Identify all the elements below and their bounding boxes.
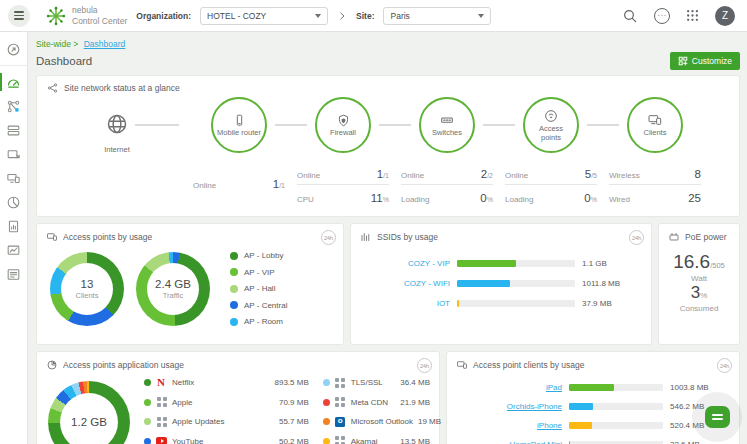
- site-network-status-card: Site network status at a glance Internet…: [36, 75, 740, 217]
- client-link[interactable]: iPhone: [460, 421, 562, 430]
- poe-watt-unit: Watt: [691, 274, 707, 283]
- ssid-link[interactable]: COZY - VIP: [364, 259, 450, 268]
- legend-item[interactable]: AP - Central: [230, 301, 287, 310]
- app-legend-item[interactable]: Apple 70.9 MB: [144, 397, 309, 408]
- customize-button[interactable]: Customize: [670, 52, 740, 70]
- bar-fill: [569, 422, 592, 429]
- sidebar-item-reports-pie[interactable]: [0, 190, 27, 214]
- client-link[interactable]: iPad: [460, 383, 562, 392]
- sidebar-item-report[interactable]: [0, 214, 27, 238]
- user-avatar[interactable]: Z: [715, 6, 735, 26]
- bar-track: [569, 384, 663, 391]
- time-range-badge[interactable]: 24h: [717, 358, 732, 373]
- sidebar-item-map[interactable]: [0, 142, 27, 166]
- bar-track: [569, 422, 663, 429]
- client-bars: iPad 1003.8 MB Orchids-iPhone 546.2 MB i…: [456, 383, 730, 444]
- client-link[interactable]: HomePod Mini: [460, 440, 562, 444]
- switches-stats: Online 2/2 Loading 0%: [401, 161, 493, 208]
- app-logo-icon: [335, 436, 346, 444]
- bar-value: 1.1 GB: [582, 259, 638, 268]
- site-label: Site:: [356, 11, 374, 21]
- app-legend-item[interactable]: Meta CDN 21.9 MB: [323, 397, 430, 408]
- stat-value: 25: [688, 192, 701, 204]
- stat-sub: /1: [383, 172, 389, 179]
- stat-sub: %: [591, 196, 597, 203]
- node-mobile-router[interactable]: Mobile router Online 1/1: [187, 97, 291, 208]
- app-value: 50.2 MB: [279, 437, 309, 444]
- stat-label: Online: [505, 171, 528, 180]
- legend-item[interactable]: AP - VIP: [230, 268, 287, 277]
- bar-value: 1003.8 MB: [670, 383, 726, 392]
- poe-watt-value: 16.6/505: [673, 251, 725, 273]
- app-name: Meta CDN: [351, 398, 395, 407]
- node-switches[interactable]: Switches Online 2/2 Loading 0%: [395, 97, 499, 208]
- breadcrumb: Site-wide > Dashboard: [36, 39, 740, 49]
- live-chat-button[interactable]: [692, 392, 742, 442]
- top-header: nebula Control Center Organization: HOTE…: [0, 0, 747, 32]
- sidebar-item-monitor[interactable]: [0, 238, 27, 262]
- application-donut-chart[interactable]: 1.2 GB: [48, 381, 130, 444]
- chat-icon: [705, 406, 730, 428]
- breadcrumb-site-wide[interactable]: Site-wide >: [36, 39, 78, 49]
- sidebar-item-clients[interactable]: [0, 166, 27, 190]
- caret-down-icon: [478, 14, 484, 18]
- donut-label: Traffic: [163, 291, 183, 300]
- nebula-brand[interactable]: nebula Control Center: [45, 5, 127, 27]
- legend-color-dot: [323, 438, 330, 444]
- nebula-logo-icon: [45, 5, 67, 27]
- sidebar-item-logs[interactable]: [0, 262, 27, 286]
- hamburger-menu-icon[interactable]: [8, 5, 30, 27]
- legend-color-dot: [144, 418, 151, 425]
- organization-select[interactable]: HOTEL - COZY: [200, 7, 328, 25]
- site-select[interactable]: Paris: [383, 7, 491, 25]
- sidebar-item-compass[interactable]: [0, 37, 27, 61]
- ssid-link[interactable]: COZY - WIFI: [364, 279, 450, 288]
- time-range-badge[interactable]: 24h: [417, 358, 432, 373]
- stat-label: Loading: [505, 195, 533, 204]
- ssid-bar-row: IOT 37.9 MB: [364, 299, 638, 308]
- node-clients[interactable]: Clients Wireless 8 Wired 25: [603, 97, 707, 208]
- legend-item[interactable]: AP - Lobby: [230, 251, 287, 260]
- legend-item[interactable]: AP - Hall: [230, 284, 287, 293]
- app-legend-left: Netflix 893.5 MB Apple 70.9 MB Apple Upd…: [144, 377, 309, 444]
- line-chart-icon: [6, 243, 21, 258]
- app-legend-item[interactable]: YouTube 50.2 MB: [144, 436, 309, 444]
- legend-label: AP - Hall: [244, 284, 275, 293]
- caret-down-icon: [315, 14, 321, 18]
- app-legend-item[interactable]: Microsoft Outlook 19 MB: [323, 416, 430, 427]
- traffic-donut-chart[interactable]: 2.4 GB Traffic: [136, 252, 210, 326]
- page-title: Dashboard: [36, 55, 92, 67]
- node-label: Firewall: [330, 129, 356, 138]
- breadcrumb-dashboard-link[interactable]: Dashboard: [84, 39, 126, 49]
- apps-grid-icon[interactable]: [686, 9, 699, 22]
- client-link[interactable]: Orchids-iPhone: [460, 402, 562, 411]
- app-legend-item[interactable]: Apple Updates 55.7 MB: [144, 416, 309, 427]
- time-range-badge[interactable]: 24h: [629, 230, 644, 245]
- help-icon[interactable]: ···: [654, 8, 670, 24]
- app-legend-item[interactable]: Netflix 893.5 MB: [144, 377, 309, 388]
- legend-item[interactable]: AP - Room: [230, 317, 287, 326]
- search-icon[interactable]: [622, 8, 638, 24]
- app-legend-item[interactable]: TLS/SSL 36.4 MB: [323, 377, 430, 388]
- poe-consumed-value: 3%: [691, 283, 708, 303]
- ssid-link[interactable]: IOT: [364, 299, 450, 308]
- node-firewall[interactable]: Firewall Online 1/1 CPU 11%: [291, 97, 395, 208]
- app-value: 70.9 MB: [279, 398, 309, 407]
- clients-icon: [647, 112, 663, 128]
- app-value: 19 MB: [418, 417, 441, 426]
- sidebar-item-devices[interactable]: [0, 118, 27, 142]
- card-title: Access points by usage: [63, 232, 152, 242]
- poe-power-card: PoE power 16.6/505 Watt 3% Consumed: [658, 223, 740, 345]
- node-access-points[interactable]: Access points Online 5/5 Loading 0%: [499, 97, 603, 208]
- pie-chart-icon: [6, 195, 21, 210]
- poe-consumed-label: Consumed: [680, 304, 719, 313]
- time-range-badge[interactable]: 24h: [321, 230, 336, 245]
- sidebar-item-dashboard[interactable]: [0, 70, 27, 94]
- donut-value: 1.2 GB: [71, 416, 107, 428]
- app-legend-item[interactable]: Akamai 13.5 MB: [323, 436, 430, 444]
- sidebar-item-topology[interactable]: [0, 94, 27, 118]
- app-name: Netflix: [172, 378, 270, 387]
- bar-fill: [569, 384, 614, 391]
- bar-value: 37.9 MB: [582, 299, 638, 308]
- clients-donut-chart[interactable]: 13 Clients: [50, 252, 124, 326]
